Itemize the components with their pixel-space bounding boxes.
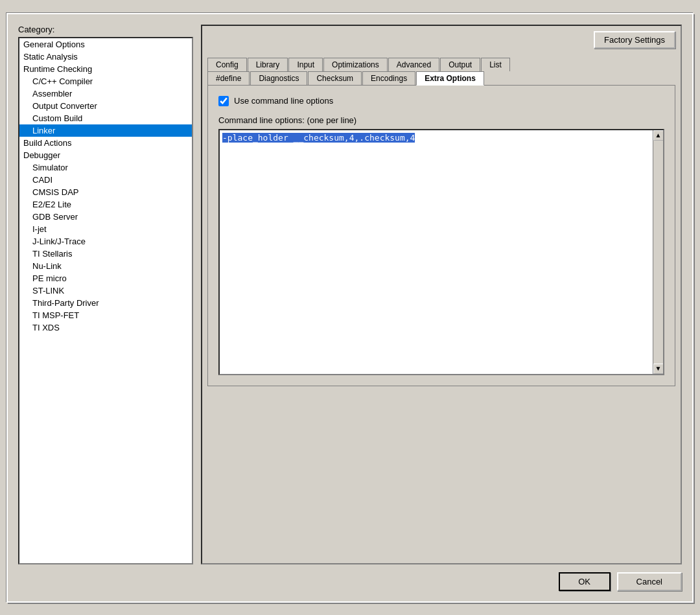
scrollbar-track: [653, 141, 663, 364]
tab-encodings[interactable]: Encodings: [362, 71, 415, 86]
dialog-footer: OK Cancel: [18, 564, 682, 591]
tab-checksum[interactable]: Checksum: [308, 71, 362, 86]
category-item-gdb-server[interactable]: GDB Server: [19, 211, 192, 223]
command-line-label: Command line options: (one per line): [218, 115, 664, 125]
tabs-row-2: #defineDiagnosticsChecksumEncodingsExtra…: [207, 71, 675, 85]
cancel-button[interactable]: Cancel: [617, 572, 682, 591]
tab-define[interactable]: #define: [207, 71, 250, 86]
category-item-nu-link[interactable]: Nu-Link: [19, 260, 192, 272]
category-item-third-party-driver[interactable]: Third-Party Driver: [19, 297, 192, 309]
main-dialog: Category: General OptionsStatic Analysis…: [6, 13, 694, 603]
category-item-cadi[interactable]: CADI: [19, 174, 192, 186]
category-item-simulator[interactable]: Simulator: [19, 161, 192, 174]
category-item-ti-xds[interactable]: TI XDS: [19, 321, 192, 334]
vertical-scrollbar[interactable]: ▲ ▼: [653, 130, 663, 374]
dialog-body: Category: General OptionsStatic Analysis…: [18, 25, 682, 564]
category-item-debugger[interactable]: Debugger: [19, 149, 192, 161]
category-item-j-link-j-trace[interactable]: J-Link/J-Trace: [19, 235, 192, 248]
scrollbar-down-button[interactable]: ▼: [653, 364, 664, 374]
content-panel: Factory Settings ConfigLibraryInputOptim…: [201, 25, 682, 564]
use-command-line-checkbox[interactable]: [218, 96, 229, 106]
category-item-assembler[interactable]: Assembler: [19, 87, 192, 100]
tab-extra-options[interactable]: Extra Options: [416, 71, 484, 86]
command-line-textarea-wrapper: ▲ ▼: [218, 129, 664, 375]
use-command-line-label: Use command line options: [234, 96, 333, 106]
category-item-ti-msp-fet[interactable]: TI MSP-FET: [19, 309, 192, 321]
category-item-custom-build[interactable]: Custom Build: [19, 112, 192, 124]
category-item-c-cpp-compiler[interactable]: C/C++ Compiler: [19, 75, 192, 87]
tab-output[interactable]: Output: [440, 58, 480, 71]
category-item-e2e2-lite[interactable]: E2/E2 Lite: [19, 198, 192, 211]
category-item-linker[interactable]: Linker: [19, 124, 192, 137]
command-line-textarea[interactable]: [220, 130, 653, 374]
category-item-runtime-checking[interactable]: Runtime Checking: [19, 63, 192, 75]
category-panel: Category: General OptionsStatic Analysis…: [18, 25, 193, 564]
category-item-cmsis-dap[interactable]: CMSIS DAP: [19, 186, 192, 198]
tabs-area: ConfigLibraryInputOptimizationsAdvancedO…: [207, 57, 675, 386]
checkbox-row: Use command line options: [218, 96, 664, 106]
tab-input[interactable]: Input: [288, 58, 323, 71]
category-item-general-options[interactable]: General Options: [19, 38, 192, 51]
tab-config[interactable]: Config: [207, 58, 247, 71]
tab-diagnostics[interactable]: Diagnostics: [250, 71, 307, 86]
tab-library[interactable]: Library: [248, 58, 288, 71]
category-item-static-analysis[interactable]: Static Analysis: [19, 51, 192, 63]
category-item-i-jet[interactable]: I-jet: [19, 223, 192, 235]
category-item-st-link[interactable]: ST-LINK: [19, 284, 192, 297]
category-item-ti-stellaris[interactable]: TI Stellaris: [19, 248, 192, 260]
tab-list[interactable]: List: [481, 58, 510, 71]
scrollbar-up-button[interactable]: ▲: [653, 130, 664, 141]
category-item-build-actions[interactable]: Build Actions: [19, 137, 192, 149]
tab-content-area: Use command line options Command line op…: [207, 85, 675, 386]
category-item-pe-micro[interactable]: PE micro: [19, 272, 192, 284]
tab-advanced[interactable]: Advanced: [388, 58, 439, 71]
tabs-row-1: ConfigLibraryInputOptimizationsAdvancedO…: [207, 57, 675, 71]
ok-button[interactable]: OK: [559, 572, 611, 591]
category-list[interactable]: General OptionsStatic AnalysisRuntime Ch…: [18, 37, 193, 564]
category-label: Category:: [18, 25, 193, 34]
factory-settings-button[interactable]: Factory Settings: [594, 31, 675, 49]
tab-optimizations[interactable]: Optimizations: [323, 58, 388, 71]
category-item-output-converter[interactable]: Output Converter: [19, 100, 192, 112]
